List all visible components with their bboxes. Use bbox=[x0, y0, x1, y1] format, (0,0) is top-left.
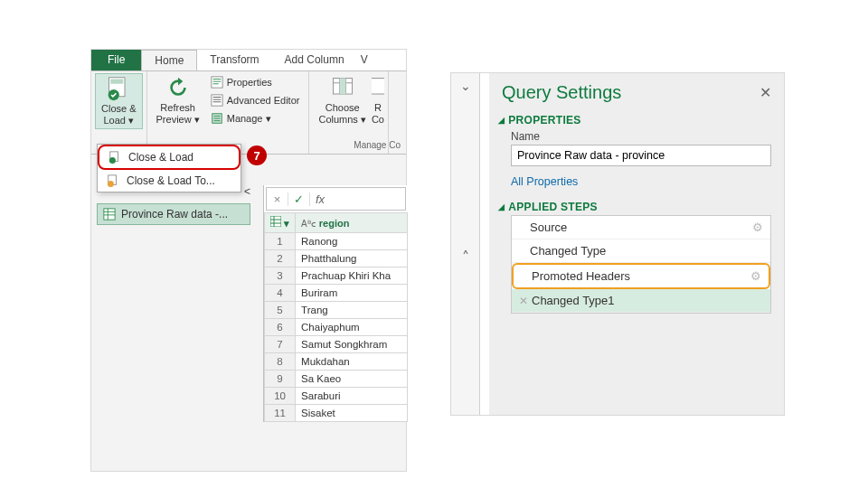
row-number: 2 bbox=[265, 250, 296, 267]
advanced-editor-button[interactable]: Advanced Editor bbox=[209, 93, 302, 108]
delete-step-icon[interactable]: ✕ bbox=[519, 295, 532, 307]
svg-rect-2 bbox=[212, 77, 222, 88]
refresh-label-1: Refresh bbox=[160, 102, 195, 114]
remove-columns-icon bbox=[372, 75, 384, 100]
svg-rect-13 bbox=[270, 216, 281, 227]
row-number: 7 bbox=[265, 336, 296, 353]
step-label: Promoted Headers bbox=[521, 269, 630, 283]
preview-scroll-strip: ⌄ ˄ bbox=[451, 73, 480, 415]
svg-rect-3 bbox=[212, 95, 222, 106]
refresh-icon bbox=[165, 75, 191, 100]
svg-point-9 bbox=[109, 157, 116, 164]
row-number: 8 bbox=[265, 353, 296, 371]
formula-bar: × ✓ fx bbox=[266, 187, 406, 211]
step-source[interactable]: Source ⚙ bbox=[512, 216, 770, 239]
tab-file[interactable]: File bbox=[91, 50, 141, 70]
applied-steps-section-label: APPLIED STEPS bbox=[508, 201, 598, 213]
manage-button[interactable]: Manage ▾ bbox=[209, 111, 302, 126]
advanced-editor-icon bbox=[211, 94, 223, 107]
close-load-icon bbox=[106, 76, 131, 101]
menu-close-and-load-to[interactable]: Close & Load To... bbox=[98, 170, 241, 192]
table-row[interactable]: 4Buriram bbox=[265, 285, 408, 302]
svg-rect-7 bbox=[372, 79, 384, 95]
cell-value: Chaiyaphum bbox=[296, 319, 408, 336]
scroll-up-icon[interactable]: ˄ bbox=[462, 249, 469, 266]
close-load-label-2: Load ▾ bbox=[104, 115, 135, 127]
close-load-to-small-icon bbox=[107, 174, 119, 187]
row-number: 9 bbox=[265, 371, 296, 388]
table-row[interactable]: 7Samut Songkhram bbox=[265, 336, 408, 353]
formula-cancel-button[interactable]: × bbox=[267, 192, 288, 206]
step-changed-type[interactable]: Changed Type bbox=[512, 239, 770, 263]
ribbon: Close & Load ▾ Refresh Preview ▾ Propert… bbox=[91, 71, 406, 155]
table-icon bbox=[270, 216, 281, 227]
table-row[interactable]: 2Phatthalung bbox=[265, 250, 408, 267]
tab-view-cutoff[interactable]: V bbox=[357, 50, 372, 70]
close-icon[interactable]: ✕ bbox=[760, 84, 771, 101]
formula-fx-label[interactable]: fx bbox=[310, 192, 325, 206]
cell-value: Ranong bbox=[296, 233, 408, 250]
table-corner[interactable]: ▾ bbox=[265, 213, 296, 233]
step-label: Source bbox=[519, 221, 567, 234]
query-settings-header: Query Settings ✕ bbox=[489, 73, 784, 108]
ribbon-group-query: Refresh Preview ▾ Properties Advanced Ed… bbox=[147, 71, 310, 154]
properties-section-header[interactable]: ◢ PROPERTIES bbox=[489, 108, 784, 128]
choose-columns-button[interactable]: Choose Columns ▾ bbox=[313, 73, 371, 127]
remove-cols-l1: R bbox=[374, 102, 382, 114]
triangle-down-icon: ◢ bbox=[498, 116, 505, 125]
table-row[interactable]: 1Ranong bbox=[265, 233, 408, 250]
table-row[interactable]: 8Mukdahan bbox=[265, 353, 408, 371]
remove-cols-l2: Co bbox=[372, 114, 384, 126]
cell-value: Buriram bbox=[296, 285, 408, 302]
table-row[interactable]: 9Sa Kaeo bbox=[265, 371, 408, 388]
step-label: Changed Type bbox=[519, 244, 606, 258]
gear-icon[interactable]: ⚙ bbox=[750, 269, 761, 283]
nav-collapse-button[interactable]: < bbox=[244, 185, 250, 198]
all-properties-link[interactable]: All Properties bbox=[511, 175, 578, 188]
tab-add-column[interactable]: Add Column bbox=[272, 50, 357, 70]
query-item-label: Province Raw data -... bbox=[121, 208, 228, 221]
tab-transform[interactable]: Transform bbox=[197, 50, 271, 70]
group-label-columns: Manage Co bbox=[354, 138, 401, 152]
row-number: 3 bbox=[265, 267, 296, 285]
step-promoted-headers[interactable]: Promoted Headers ⚙ bbox=[512, 263, 770, 289]
row-number: 1 bbox=[265, 233, 296, 250]
column-name: region bbox=[319, 218, 350, 229]
choose-cols-label-1: Choose bbox=[326, 102, 360, 114]
advanced-editor-label: Advanced Editor bbox=[227, 95, 300, 106]
properties-button[interactable]: Properties bbox=[209, 75, 302, 89]
close-and-load-button[interactable]: Close & Load ▾ bbox=[95, 73, 143, 129]
column-header-region[interactable]: Aᴮᴄ region bbox=[296, 213, 408, 233]
cell-value: Prachuap Khiri Kha bbox=[296, 267, 408, 285]
table-row[interactable]: 5Trang bbox=[265, 302, 408, 319]
step-label: Changed Type1 bbox=[532, 294, 615, 307]
power-query-editor-window: File Home Transform Add Column V Close &… bbox=[90, 49, 407, 472]
choose-cols-label-2: Columns ▾ bbox=[318, 114, 365, 126]
tab-home[interactable]: Home bbox=[141, 50, 197, 70]
ribbon-query-stack: Properties Advanced Editor Manage ▾ bbox=[205, 73, 306, 127]
row-number: 11 bbox=[265, 405, 296, 422]
manage-icon bbox=[211, 112, 223, 125]
dropdown-chevron-icon[interactable]: ⌄ bbox=[460, 73, 471, 99]
table-row[interactable]: 6Chaiyaphum bbox=[265, 319, 408, 336]
table-row[interactable]: 3Prachuap Khiri Kha bbox=[265, 267, 408, 285]
table-row[interactable]: 10Saraburi bbox=[265, 388, 408, 405]
remove-columns-button-cutoff[interactable]: R Co bbox=[372, 73, 384, 127]
table-row[interactable]: 11Sisaket bbox=[265, 405, 408, 422]
menu-close-and-load[interactable]: Close & Load bbox=[98, 145, 241, 170]
ribbon-group-columns: Choose Columns ▾ R Co Manage Co bbox=[309, 71, 388, 154]
row-number: 6 bbox=[265, 319, 296, 336]
gear-icon[interactable]: ⚙ bbox=[752, 221, 763, 234]
refresh-preview-button[interactable]: Refresh Preview ▾ bbox=[151, 73, 205, 127]
cell-value: Samut Songkhram bbox=[296, 336, 408, 353]
ribbon-group-close: Close & Load ▾ bbox=[91, 71, 147, 154]
table-body: 1Ranong2Phatthalung3Prachuap Khiri Kha4B… bbox=[265, 233, 408, 422]
applied-steps-section-header[interactable]: ◢ APPLIED STEPS bbox=[489, 195, 784, 215]
query-item-selected[interactable]: Province Raw data -... bbox=[97, 203, 250, 225]
choose-columns-icon bbox=[330, 75, 355, 100]
step-changed-type1[interactable]: ✕Changed Type1 bbox=[512, 289, 770, 313]
cell-value: Saraburi bbox=[296, 388, 408, 405]
data-table: ▾ Aᴮᴄ region 1Ranong2Phatthalung3Prachua… bbox=[264, 212, 408, 422]
formula-commit-button[interactable]: ✓ bbox=[288, 192, 310, 206]
query-name-input[interactable] bbox=[511, 145, 771, 166]
